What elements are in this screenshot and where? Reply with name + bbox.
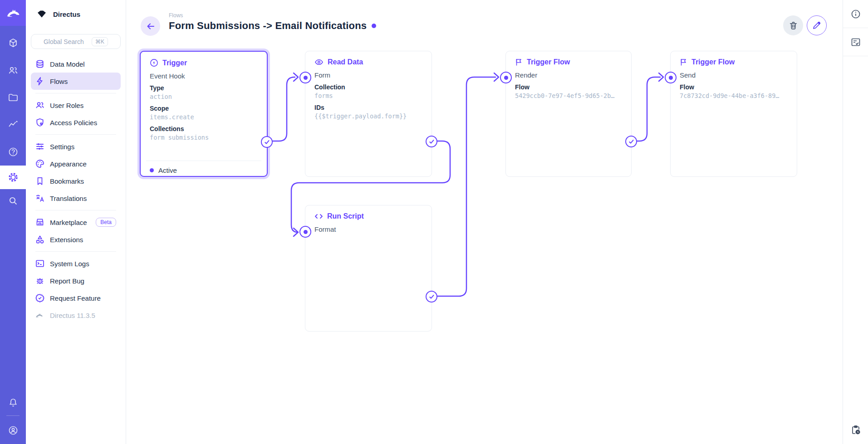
output-connector[interactable] (261, 136, 273, 148)
sidebar-item-system-logs[interactable]: System Logs (31, 255, 121, 272)
rabbit-icon (6, 6, 20, 20)
node-type-header: Trigger (141, 52, 267, 67)
flow-node-trigger-flow-render[interactable]: Trigger Flow Render Flow 5429ccb0-7e97-4… (505, 51, 632, 177)
node-name: Event Hook (141, 67, 267, 80)
sidebar-item-flows[interactable]: Flows (31, 73, 121, 90)
flow-node-read-data[interactable]: Read Data Form Collection forms IDs {{$t… (305, 51, 432, 177)
input-connector[interactable] (299, 226, 311, 238)
check-icon (429, 139, 435, 145)
sidebar: Directus ⌘K Data Model Flows User Roles (26, 0, 126, 444)
beta-badge: Beta (96, 218, 116, 227)
node-type-header: Run Script (305, 205, 432, 220)
translate-icon (35, 194, 44, 203)
sidebar-item-marketplace[interactable]: Marketplace Beta (31, 214, 121, 231)
user-circle-icon (8, 425, 19, 436)
module-help-button[interactable] (0, 138, 26, 166)
wire-arrowhead (494, 73, 499, 81)
nav-divider (35, 134, 116, 135)
flow-node-trigger-flow-send[interactable]: Trigger Flow Send Flow 7c8732cd-9d9e-44b… (670, 51, 797, 177)
sidebar-item-data-model[interactable]: Data Model (31, 55, 121, 73)
flag-icon (680, 58, 687, 66)
tune-icon (35, 142, 44, 151)
module-bar-divider (6, 415, 20, 416)
wire-trigger-to-read (268, 77, 295, 141)
revisions-panel-button[interactable] (843, 416, 868, 444)
notices-panel-button[interactable] (843, 28, 868, 56)
check-icon (264, 139, 270, 145)
shield-lock-icon (35, 118, 44, 127)
field-label: Type (141, 80, 267, 92)
output-connector[interactable] (625, 136, 637, 147)
wire-arrowhead (294, 228, 298, 236)
input-connector[interactable] (665, 72, 677, 83)
nav-divider (35, 210, 116, 210)
sidebar-item-settings[interactable]: Settings (31, 138, 121, 155)
field-label: Flow (671, 79, 797, 91)
sidebar-item-translations[interactable]: Translations (31, 190, 121, 207)
arrow-left-icon (146, 21, 156, 31)
storefront-icon (35, 218, 44, 227)
eye-icon (314, 59, 324, 66)
module-settings-button[interactable] (0, 166, 26, 189)
wire-arrowhead (294, 73, 298, 81)
edit-flow-button[interactable] (807, 15, 827, 35)
connector-dot (669, 76, 673, 80)
project-logo-icon (36, 9, 47, 20)
back-button[interactable] (141, 16, 160, 36)
module-users-button[interactable] (0, 57, 26, 84)
right-sidebar (843, 0, 868, 444)
check-icon (429, 294, 435, 300)
user-roles-icon (35, 101, 44, 110)
wire-script-to-render (432, 77, 495, 296)
sidebar-item-bookmarks[interactable]: Bookmarks (31, 172, 121, 190)
project-header[interactable]: Directus (26, 0, 126, 28)
user-avatar-button[interactable] (0, 417, 26, 444)
node-name: Send (671, 66, 797, 79)
database-icon (35, 59, 44, 68)
project-name: Directus (53, 10, 80, 18)
global-search[interactable]: ⌘K (31, 34, 121, 49)
field-label: Collection (305, 79, 432, 91)
sidebar-item-report-bug[interactable]: Report Bug (31, 272, 121, 289)
field-value: 7c8732cd-9d9e-44be-a3f6-89… (671, 91, 797, 99)
sidebar-item-user-roles[interactable]: User Roles (31, 97, 121, 114)
delete-flow-button[interactable] (783, 15, 803, 35)
rosette-check-icon (35, 293, 44, 303)
sidebar-item-appearance[interactable]: Appearance (31, 155, 121, 172)
node-name: Render (506, 66, 631, 79)
trigger-status: Active (150, 166, 177, 174)
code-icon (314, 213, 323, 220)
node-type-header: Trigger Flow (506, 51, 631, 66)
field-value: {{$trigger.payload.form}} (305, 111, 432, 120)
sidebar-item-extensions[interactable]: Extensions (31, 231, 121, 248)
search-shortcut-badge: ⌘K (92, 37, 108, 46)
input-connector[interactable] (500, 72, 512, 83)
info-panel-button[interactable] (843, 0, 868, 28)
breadcrumb[interactable]: Flows (169, 12, 183, 19)
rabbit-gray-icon (35, 311, 44, 320)
output-connector[interactable] (426, 291, 437, 303)
trigger-bolt-circle-icon (150, 59, 158, 67)
field-label: Collections (141, 121, 267, 132)
search-input[interactable] (44, 38, 87, 45)
module-insights-button[interactable] (0, 111, 26, 138)
app-version: Directus 11.3.5 (31, 307, 121, 324)
page-title: Form Submissions -> Email Notifications (169, 20, 367, 32)
flow-node-trigger[interactable]: Trigger Event Hook Type action Scope ite… (140, 51, 268, 177)
unsaved-indicator-dot (372, 24, 376, 28)
module-search-button[interactable] (0, 189, 26, 213)
terminal-icon (35, 259, 44, 268)
sidebar-item-request-feature[interactable]: Request Feature (31, 289, 121, 307)
sidebar-item-access-policies[interactable]: Access Policies (31, 114, 121, 131)
bookmark-icon (35, 176, 44, 185)
directus-logo[interactable] (0, 0, 26, 26)
notifications-button[interactable] (0, 391, 26, 415)
output-connector[interactable] (426, 136, 437, 147)
flow-node-run-script[interactable]: Run Script Format (305, 205, 432, 332)
list-check-icon (850, 37, 861, 48)
input-connector[interactable] (299, 72, 311, 83)
status-dot (150, 168, 154, 172)
module-files-button[interactable] (0, 84, 26, 111)
clipboard-clock-icon (850, 424, 861, 435)
module-content-button[interactable] (0, 29, 26, 57)
